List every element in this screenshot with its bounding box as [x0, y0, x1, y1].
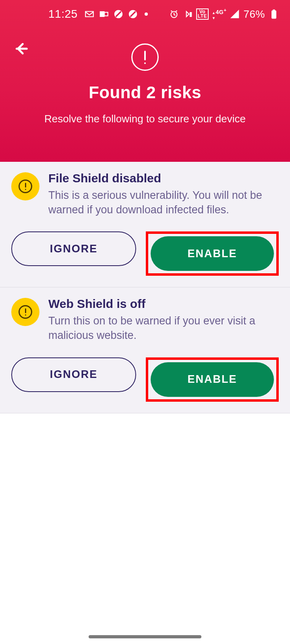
- svg-rect-8: [272, 10, 276, 19]
- bluetooth-battery-icon: [182, 9, 193, 19]
- nav-indicator: [89, 635, 201, 638]
- highlight-box: ENABLE: [146, 231, 279, 276]
- status-bar-left: 11:25: [48, 8, 148, 21]
- status-bar-right: VoLTE ▲4G+▼ 76%: [169, 8, 279, 21]
- svg-rect-1: [104, 12, 108, 16]
- risk-title: Web Shield is off: [48, 297, 279, 311]
- svg-rect-9: [273, 10, 275, 11]
- alert-icon: [131, 43, 159, 71]
- risk-item: File Shield disabled This is a serious v…: [0, 162, 290, 287]
- page-subtitle: Resolve the following to secure your dev…: [0, 113, 290, 125]
- dnd-icon: [128, 9, 138, 19]
- status-bar: 11:25 VoLTE ▲4G+▼ 76%: [0, 0, 290, 28]
- back-button[interactable]: [11, 39, 31, 59]
- risk-description: This is a serious vulnerability. You wil…: [48, 188, 279, 217]
- battery-percentage: 76%: [243, 8, 265, 21]
- dnd-icon: [113, 9, 124, 19]
- more-notifications-dot: [145, 12, 148, 16]
- network-type: ▲4G+▼: [212, 8, 226, 21]
- enable-button[interactable]: ENABLE: [151, 362, 274, 397]
- alarm-icon: [169, 9, 179, 19]
- svg-rect-7: [190, 12, 191, 17]
- volte-icon: VoLTE: [196, 8, 209, 20]
- risk-item: Web Shield is off Turn this on to be war…: [0, 287, 290, 413]
- battery-icon: [268, 9, 279, 19]
- gmail-icon: [84, 9, 95, 19]
- outlook-icon: [99, 9, 109, 19]
- risk-description: Turn this on to be warned if you ever vi…: [48, 314, 279, 343]
- highlight-box: ENABLE: [146, 357, 279, 402]
- signal-icon: [230, 9, 240, 19]
- risk-title: File Shield disabled: [48, 171, 279, 186]
- clock-time: 11:25: [48, 8, 78, 21]
- enable-button[interactable]: ENABLE: [151, 236, 274, 271]
- warning-icon: [11, 298, 39, 326]
- svg-rect-0: [100, 12, 104, 17]
- warning-icon: [11, 172, 39, 200]
- page-title: Found 2 risks: [0, 83, 290, 102]
- hero-content: Found 2 risks Resolve the following to s…: [0, 28, 290, 125]
- ignore-button[interactable]: IGNORE: [11, 357, 136, 392]
- ignore-button[interactable]: IGNORE: [11, 231, 136, 266]
